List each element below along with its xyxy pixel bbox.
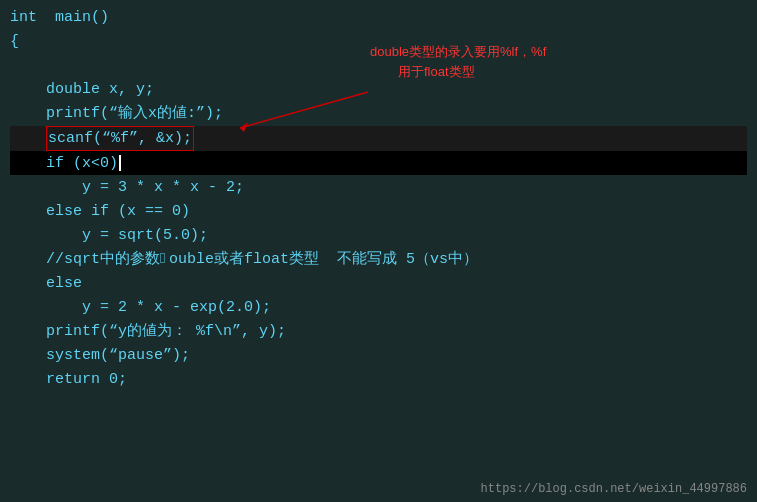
footer-url: https://blog.csdn.net/weixin_44997886 [481, 482, 747, 496]
code-line-8: y = 3 * x * x - 2; [10, 175, 747, 199]
code-line-12: else [10, 271, 747, 295]
keyword-int: int [10, 6, 37, 29]
code-line-14: printf(“y的値为： %f\n”, y); [10, 319, 747, 343]
code-line-16: return 0; [10, 367, 747, 391]
code-line-15: system(“pause”); [10, 343, 747, 367]
code-line-7: if (x<0) [10, 151, 747, 175]
code-line-4: double x, y; [10, 78, 747, 102]
code-line-1: int main() [10, 6, 747, 30]
code-line-13: y = 2 * x - exp(2.0); [10, 295, 747, 319]
code-line-9: else if (x == 0) [10, 199, 747, 223]
highlighted-scanf: scanf(“%f”, &x); [46, 126, 194, 151]
code-line-5: printf(“输入x的値:”); [10, 102, 747, 126]
code-line-11: //sqrt中的参数񎎭ouble或者float类型 不能写成 5（vs中） [10, 247, 747, 271]
annotation-sub: 用于float类型 [398, 64, 475, 79]
annotation-box: double类型的录入要用%lf，%f 用于float类型 [370, 42, 546, 81]
text-cursor [119, 155, 121, 171]
code-line-6: scanf(“%f”, &x); [10, 126, 747, 151]
code-line-10: y = sqrt(5.0); [10, 223, 747, 247]
